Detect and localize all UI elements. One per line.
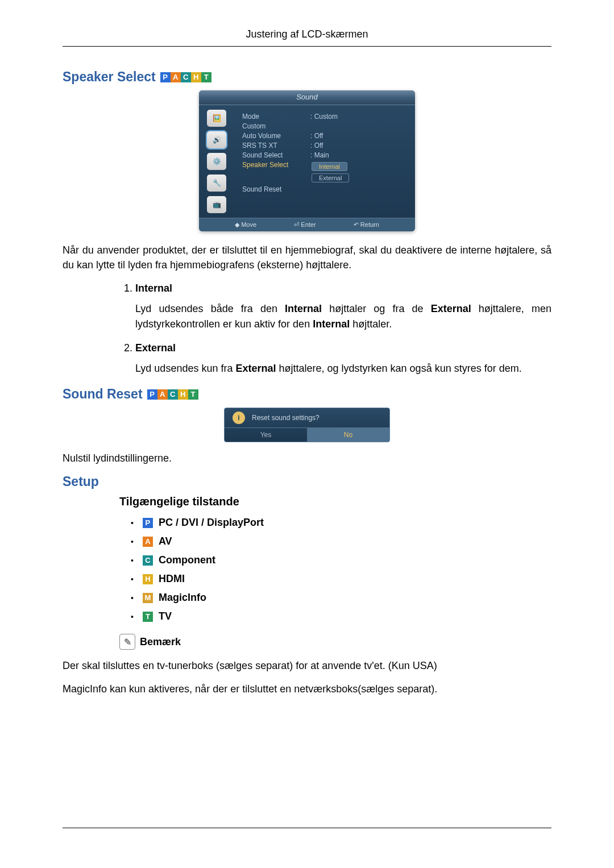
- heading-speaker-select: Speaker Select P A C H T: [63, 69, 551, 85]
- osd-footer-return: ↶ Return: [354, 221, 379, 229]
- osd-row-value: : Main: [310, 151, 329, 159]
- osd-title: Sound: [199, 90, 415, 105]
- badge-a-icon: A: [171, 72, 181, 82]
- mode-component: C Component: [131, 554, 551, 566]
- badge-c-icon: C: [168, 389, 178, 400]
- osd-sound-menu: Sound 🖼️ 🔊 ⚙️ 🔧 📺 Mode: Custom Custom Au…: [199, 90, 415, 231]
- badge-p-icon: P: [147, 389, 157, 400]
- side-icon-multi: 🔧: [207, 175, 226, 192]
- heading-sound-reset: Sound Reset P A C H T: [63, 387, 551, 402]
- li-title: External: [135, 342, 551, 354]
- badge-t-icon: T: [188, 389, 198, 400]
- li-body: Lyd udsendes kun fra External højttalere…: [135, 361, 551, 376]
- mode-magicinfo: M MagicInfo: [131, 592, 551, 604]
- osd-row-label: Custom: [242, 122, 310, 130]
- info-icon: i: [233, 412, 245, 424]
- osd-row-label: Auto Volume: [242, 132, 310, 140]
- mode-av: A AV: [131, 535, 551, 547]
- modes-list: P PC / DVI / DisplayPort A AV C Componen…: [131, 517, 551, 622]
- osd-row-label: Sound Reset: [242, 185, 310, 193]
- osd-btn-yes: Yes: [225, 428, 307, 442]
- subheading-modes: Tilgængelige tilstande: [119, 495, 551, 508]
- badge-c-icon: C: [143, 555, 153, 566]
- osd-row-label: Sound Select: [242, 151, 310, 159]
- osd-option-internal: Internal: [312, 162, 347, 171]
- li-body: Lyd udsendes både fra den Internal højtt…: [135, 301, 551, 332]
- osd-side-icons: 🖼️ 🔊 ⚙️ 🔧 📺: [199, 105, 234, 218]
- side-icon-picture: 🖼️: [207, 110, 226, 127]
- note-heading: ✎ Bemærk: [119, 634, 551, 650]
- badge-t-icon: T: [201, 72, 211, 82]
- osd-row-value: : Off: [310, 142, 323, 149]
- osd-row-label: Mode: [242, 113, 310, 121]
- side-icon-setup: ⚙️: [207, 153, 226, 170]
- list-item-external: External Lyd udsendes kun fra External h…: [135, 342, 551, 376]
- mode-badges: P A C H T: [147, 389, 198, 400]
- badge-t-icon: T: [143, 612, 153, 622]
- mode-hdmi: H HDMI: [131, 573, 551, 585]
- osd-reset-dialog: i Reset sound settings? Yes No: [224, 408, 390, 442]
- osd-footer-enter: ⏎ Enter: [294, 221, 316, 229]
- heading-text: Speaker Select: [63, 69, 156, 85]
- side-icon-sound: 🔊: [207, 131, 226, 148]
- osd-btn-no: No: [307, 428, 389, 442]
- badge-m-icon: M: [143, 593, 153, 603]
- page-header: Justering af LCD-skærmen: [63, 28, 551, 47]
- heading-text: Sound Reset: [63, 387, 143, 402]
- note-body-2: MagicInfo kan kun aktiveres, når der er …: [63, 682, 551, 696]
- osd-option-external: External: [312, 173, 349, 182]
- osd-footer-move: ◆ Move: [235, 221, 256, 229]
- badge-h-icon: H: [143, 574, 153, 584]
- badge-h-icon: H: [191, 72, 201, 82]
- osd-row-value: : Off: [310, 132, 323, 140]
- osd-row-label-selected: Speaker Select: [242, 161, 310, 184]
- mode-pc: P PC / DVI / DisplayPort: [131, 517, 551, 529]
- osd-row-label: SRS TS XT: [242, 142, 310, 149]
- heading-setup: Setup: [63, 474, 551, 489]
- osd-question: Reset sound settings?: [252, 414, 320, 422]
- badge-a-icon: A: [143, 537, 153, 547]
- badge-h-icon: H: [178, 389, 188, 400]
- sound-reset-body: Nulstil lydindstillingerne.: [63, 451, 551, 466]
- footer-rule: [63, 828, 551, 828]
- badge-p-icon: P: [160, 72, 171, 82]
- badge-c-icon: C: [181, 72, 191, 82]
- badge-p-icon: P: [143, 518, 153, 528]
- note-body-1: Der skal tilsluttes en tv-tunerboks (sæl…: [63, 658, 551, 673]
- mode-tv: T TV: [131, 610, 551, 622]
- side-icon-input: 📺: [207, 196, 226, 213]
- speaker-select-intro: Når du anvender produktet, der er tilslu…: [63, 243, 551, 272]
- li-title: Internal: [135, 283, 551, 294]
- note-icon: ✎: [119, 634, 135, 650]
- heading-text: Setup: [63, 474, 99, 489]
- mode-badges: P A C H T: [160, 72, 211, 82]
- list-item-internal: Internal Lyd udsendes både fra den Inter…: [135, 283, 551, 332]
- osd-row-value: : Custom: [310, 113, 338, 121]
- badge-a-icon: A: [157, 389, 168, 400]
- speaker-select-list: Internal Lyd udsendes både fra den Inter…: [119, 283, 551, 376]
